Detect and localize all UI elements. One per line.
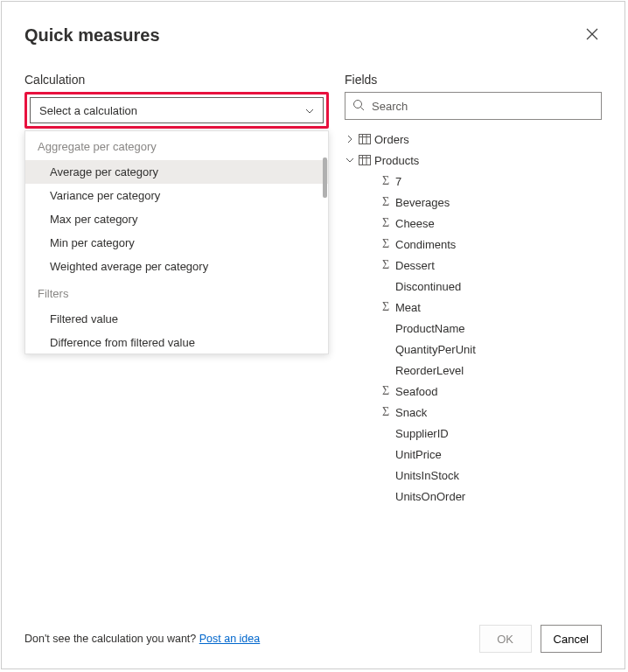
tree-field[interactable]: ProductName	[345, 318, 602, 339]
cancel-button[interactable]: Cancel	[541, 625, 602, 653]
tree-field[interactable]: UnitsOnOrder	[345, 486, 602, 507]
tree-label: Meat	[395, 301, 421, 314]
scrollbar-thumb[interactable]	[323, 158, 327, 198]
dropdown-item-max-per-category[interactable]: Max per category	[25, 207, 328, 231]
sigma-icon: Σ	[378, 301, 394, 313]
dropdown-item-min-per-category[interactable]: Min per category	[25, 231, 328, 255]
blank-icon	[378, 364, 394, 376]
dropdown-item-weighted-average-per-category[interactable]: Weighted average per category	[25, 255, 328, 278]
dropdown-item-variance-per-category[interactable]: Variance per category	[25, 184, 328, 207]
tree-field[interactable]: Σ7	[345, 171, 602, 192]
sigma-icon: Σ	[378, 385, 394, 397]
tree-field[interactable]: ΣDessert	[345, 255, 602, 276]
fields-search-input[interactable]	[372, 100, 594, 113]
table-icon	[357, 133, 373, 145]
tree-label: Cheese	[395, 217, 435, 230]
tree-label: UnitPrice	[395, 448, 442, 461]
tree-label: Orders	[374, 133, 409, 146]
sigma-icon: Σ	[378, 406, 394, 418]
quick-measures-dialog: Quick measures Calculation Select a calc…	[1, 1, 625, 669]
blank-icon	[378, 469, 394, 481]
fields-search-box	[345, 92, 602, 120]
tree-label: Seafood	[395, 385, 437, 398]
tree-field[interactable]: ReorderLevel	[345, 360, 602, 381]
tree-field[interactable]: QuantityPerUnit	[345, 339, 602, 360]
dropdown-item-average-per-category[interactable]: Average per category	[25, 160, 328, 184]
blank-icon	[378, 343, 394, 355]
tree-field[interactable]: UnitPrice	[345, 444, 602, 465]
tree-field[interactable]: ΣSnack	[345, 402, 602, 423]
sigma-icon: Σ	[378, 217, 394, 229]
table-icon	[357, 154, 373, 166]
svg-rect-4	[359, 135, 371, 144]
tree-field[interactable]: ΣMeat	[345, 297, 602, 318]
sigma-icon: Σ	[378, 238, 394, 250]
tree-label: Condiments	[395, 238, 456, 251]
sigma-icon: Σ	[378, 259, 394, 271]
blank-icon	[378, 427, 394, 439]
dialog-footer: Don't see the calculation you want? Post…	[24, 625, 602, 653]
calculation-section: Calculation Select a calculation Aggrega…	[24, 73, 329, 507]
dropdown-item-difference-from-filtered[interactable]: Difference from filtered value	[25, 331, 328, 354]
tree-label: Discontinued	[395, 280, 461, 293]
dropdown-item-filtered-value[interactable]: Filtered value	[25, 307, 328, 331]
tree-table-products[interactable]: Products	[345, 150, 602, 171]
svg-line-3	[361, 107, 365, 110]
tree-label: UnitsInStock	[395, 469, 459, 482]
dropdown-placeholder: Select a calculation	[39, 104, 137, 117]
dialog-title: Quick measures	[24, 25, 160, 46]
fields-label: Fields	[345, 73, 602, 87]
tree-label: SupplierID	[395, 427, 449, 440]
sigma-icon: Σ	[378, 175, 394, 187]
ok-button[interactable]: OK	[479, 625, 532, 653]
tree-field[interactable]: ΣCondiments	[345, 234, 602, 255]
tree-field[interactable]: ΣCheese	[345, 213, 602, 234]
chevron-down-icon	[345, 155, 355, 165]
tree-field[interactable]: ΣSeafood	[345, 381, 602, 402]
chevron-down-icon	[305, 104, 314, 116]
tree-label: UnitsOnOrder	[395, 490, 465, 503]
calculation-dropdown-panel: Aggregate per category Average per categ…	[24, 130, 329, 354]
fields-tree: Orders Products Σ7ΣBeveragesΣCheeseΣCond…	[345, 129, 602, 507]
tree-field[interactable]: UnitsInStock	[345, 465, 602, 486]
search-icon	[352, 99, 365, 114]
calculation-label: Calculation	[24, 73, 329, 87]
chevron-right-icon	[345, 134, 355, 144]
tree-label: QuantityPerUnit	[395, 343, 476, 356]
calculation-dropdown-highlight: Select a calculation	[24, 92, 329, 129]
fields-section: Fields Orders	[345, 73, 602, 507]
tree-label: ProductName	[395, 322, 464, 335]
dropdown-group-header: Filters	[25, 278, 328, 307]
tree-field[interactable]: ΣBeverages	[345, 192, 602, 213]
calculation-dropdown[interactable]: Select a calculation	[30, 97, 324, 123]
svg-rect-8	[359, 156, 371, 165]
tree-label: Snack	[395, 406, 427, 419]
tree-label: Beverages	[395, 196, 450, 209]
tree-label: Dessert	[395, 259, 435, 272]
tree-table-orders[interactable]: Orders	[345, 129, 602, 150]
dropdown-group-header: Aggregate per category	[25, 131, 328, 160]
footer-prompt: Don't see the calculation you want? Post…	[24, 633, 260, 645]
tree-label: ReorderLevel	[395, 364, 464, 377]
blank-icon	[378, 280, 394, 292]
blank-icon	[378, 448, 394, 460]
close-button[interactable]	[583, 23, 602, 48]
tree-label: Products	[374, 154, 419, 167]
svg-point-2	[354, 100, 362, 108]
blank-icon	[378, 490, 394, 502]
blank-icon	[378, 322, 394, 334]
sigma-icon: Σ	[378, 196, 394, 208]
post-idea-link[interactable]: Post an idea	[199, 633, 261, 645]
tree-label: 7	[395, 175, 401, 188]
close-icon	[586, 26, 598, 44]
tree-field[interactable]: Discontinued	[345, 276, 602, 297]
tree-field[interactable]: SupplierID	[345, 423, 602, 444]
